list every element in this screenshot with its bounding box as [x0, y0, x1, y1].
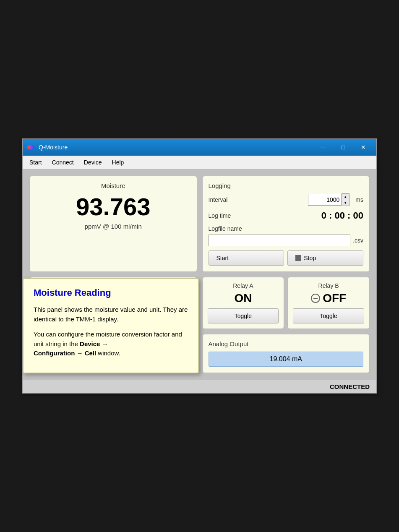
help-body2-bold2: Configuration → Cell [34, 349, 96, 357]
window-title: Q-Moisture [39, 144, 313, 151]
relay-a-toggle-button[interactable]: Toggle [208, 308, 279, 323]
menu-device[interactable]: Device [79, 157, 107, 167]
help-tooltip: Moisture Reading This panel shows the mo… [23, 278, 199, 373]
logfile-ext: .csv [353, 237, 363, 244]
relay-a-title: Relay A [208, 282, 279, 289]
relay-b-status-text: OFF [323, 292, 346, 305]
help-body2-bold1: Device → [80, 340, 108, 347]
main-content: Moisture 93.763 ppmV @ 100 ml/min Loggin… [23, 169, 376, 380]
help-tooltip-body: This panel shows the moisture value and … [34, 305, 188, 358]
interval-spinner: ▲ ▼ [342, 193, 349, 206]
relay-row: Relay A ON Toggle Relay B OFF [202, 277, 370, 329]
relay-b-icon [311, 294, 320, 303]
logfile-row: .csv [209, 235, 364, 246]
relay-a-status-text: ON [234, 292, 252, 305]
help-body-paragraph1: This panel shows the moisture value and … [34, 305, 188, 324]
moisture-panel-title: Moisture [36, 182, 191, 189]
moisture-panel: Moisture 93.763 ppmV @ 100 ml/min [29, 176, 197, 272]
menu-start[interactable]: Start [24, 157, 47, 167]
start-logging-button[interactable]: Start [209, 250, 284, 266]
relay-b-panel: Relay B OFF Toggle [287, 277, 370, 329]
window-controls: — □ ✕ [313, 141, 373, 154]
relay-b-status: OFF [293, 292, 364, 305]
status-bar: CONNECTED [23, 380, 376, 393]
menu-connect[interactable]: Connect [47, 157, 79, 167]
title-bar: Q-Moisture — □ ✕ [23, 139, 376, 156]
analog-output-panel: Analog Output 19.004 mA [202, 334, 370, 373]
logfile-input[interactable] [209, 235, 351, 246]
app-icon [26, 143, 35, 152]
interval-unit: ms [355, 196, 363, 203]
log-buttons: Start Stop [209, 250, 364, 266]
logtime-value: 0 : 00 : 00 [321, 210, 363, 221]
close-button[interactable]: ✕ [354, 141, 373, 154]
interval-label: Interval [209, 196, 242, 203]
relay-a-status: ON [208, 292, 279, 305]
logtime-row: Log time 0 : 00 : 00 [209, 210, 364, 221]
relay-b-icon-inner [313, 298, 318, 299]
help-body2-suffix: window. [96, 349, 120, 357]
moisture-value: 93.763 [36, 193, 191, 220]
main-window: Q-Moisture — □ ✕ Start Connect Device He… [22, 138, 377, 394]
relay-a-panel: Relay A ON Toggle [202, 277, 284, 329]
stop-logging-button[interactable]: Stop [287, 250, 363, 266]
menu-bar: Start Connect Device Help [23, 156, 376, 169]
svg-point-2 [29, 145, 33, 149]
relay-b-title: Relay B [293, 282, 364, 289]
help-tooltip-title: Moisture Reading [34, 287, 188, 298]
relay-b-toggle-button[interactable]: Toggle [293, 308, 364, 323]
menu-help[interactable]: Help [107, 157, 129, 167]
help-body-paragraph2: You can configure the moisture conversio… [34, 330, 188, 358]
analog-output-title: Analog Output [209, 340, 364, 347]
interval-input-group: ▲ ▼ [308, 193, 349, 206]
connection-status: CONNECTED [330, 383, 370, 390]
logging-panel: Logging Interval ▲ ▼ ms Log time 0 : 00 … [202, 176, 370, 272]
analog-output-value: 19.004 mA [209, 352, 364, 367]
moisture-unit: ppmV @ 100 ml/min [36, 223, 191, 230]
logtime-label: Log time [209, 212, 242, 219]
logfile-label: Logfile name [209, 225, 364, 232]
interval-row: Interval ▲ ▼ ms [209, 193, 364, 206]
maximize-button[interactable]: □ [334, 141, 353, 154]
interval-field[interactable] [308, 194, 342, 206]
minimize-button[interactable]: — [313, 141, 333, 154]
stop-icon [295, 255, 301, 261]
logging-panel-title: Logging [209, 182, 364, 189]
interval-up-button[interactable]: ▲ [342, 194, 349, 200]
interval-down-button[interactable]: ▼ [342, 200, 349, 206]
